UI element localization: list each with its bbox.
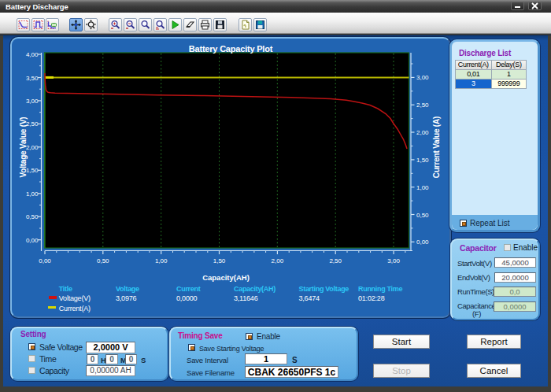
svg-text:3,00: 3,00	[416, 74, 429, 81]
svg-text:3,00: 3,00	[387, 257, 400, 264]
svg-text:2,50: 2,50	[416, 102, 429, 109]
svg-text:1,50: 1,50	[26, 167, 39, 174]
svg-text:2,50: 2,50	[329, 257, 342, 264]
svg-text:0,50: 0,50	[416, 212, 429, 219]
svg-text:Capacity(AH): Capacity(AH)	[202, 273, 250, 282]
svg-text:0,00: 0,00	[39, 257, 51, 264]
svg-text:3,00: 3,00	[26, 98, 39, 105]
svg-text:2,00: 2,00	[272, 257, 284, 264]
svg-text:1,50: 1,50	[213, 257, 226, 264]
svg-text:1,00: 1,00	[416, 184, 429, 191]
svg-text:0,50: 0,50	[97, 257, 109, 264]
svg-text:Voltage Value (V): Voltage Value (V)	[19, 117, 28, 178]
svg-text:0,50: 0,50	[26, 213, 39, 220]
svg-text:2,00: 2,00	[26, 144, 39, 151]
svg-text:0,00: 0,00	[26, 237, 39, 244]
svg-text:1,00: 1,00	[155, 257, 168, 264]
svg-text:2,00: 2,00	[416, 129, 429, 136]
svg-text:1,50: 1,50	[416, 157, 429, 164]
svg-text:Current Value (A): Current Value (A)	[432, 116, 441, 178]
svg-text:3,50: 3,50	[26, 75, 39, 82]
svg-text:2,50: 2,50	[26, 120, 39, 128]
svg-text:4,00: 4,00	[26, 51, 39, 58]
svg-text:1,00: 1,00	[26, 190, 39, 198]
svg-text:0,00: 0,00	[416, 239, 429, 246]
svg-text:Battery Capacity Plot: Battery Capacity Plot	[189, 44, 273, 54]
